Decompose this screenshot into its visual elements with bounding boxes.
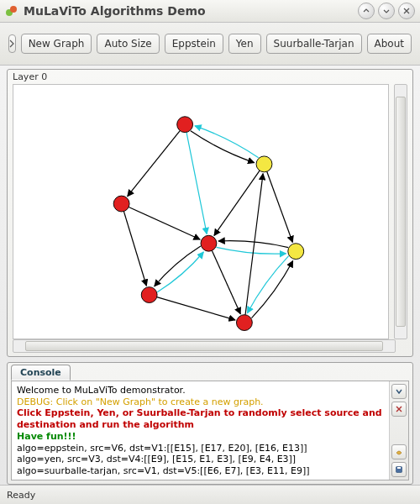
filter-button[interactable] [391,444,407,459]
graph-node[interactable] [201,235,217,251]
graph-edge [157,297,235,320]
graph-canvas[interactable] [13,84,389,339]
clear-console-button[interactable] [391,402,407,417]
window-title: MuLaViTo Algorithms Demo [24,4,353,18]
console-output[interactable]: Welcome to MuLaViTo demonstrator.DEBUG: … [12,381,389,480]
new-graph-button[interactable]: New Graph [21,34,92,54]
graph-edge [129,207,200,239]
graph-edge [186,132,207,234]
save-console-button[interactable] [391,462,407,477]
statusbar: Ready [0,485,420,504]
content-area: Layer 0 Console Welcome to MuLaViTo demo… [0,66,420,485]
svg-rect-3 [397,467,401,469]
yen-button[interactable]: Yen [228,34,261,54]
titlebar: MuLaViTo Algorithms Demo [0,0,420,23]
graph-edge [218,241,288,248]
console-line: algo=eppstein, src=V6, dst=V1:[[E15], [E… [17,443,384,454]
minimize-button[interactable] [358,3,375,19]
graph-node[interactable] [236,315,252,331]
graph-node[interactable] [288,244,304,260]
graph-edge [128,131,181,197]
graph-edge [267,171,293,242]
console-line: algo=suurballe-tarjan, src=V1, dst=V5:[[… [17,465,384,477]
console-line: algo=yen, src=V3, dst=V4:[[E9], [E15, E1… [17,454,384,465]
about-button[interactable]: About [367,34,412,54]
app-window: MuLaViTo Algorithms Demo New Graph Auto … [0,0,420,504]
app-icon [5,4,18,18]
layer-label: Layer 0 [8,70,412,82]
graph-node[interactable] [256,156,272,172]
scroll-down-button[interactable] [391,384,407,399]
toolbar: New Graph Auto Size Eppstein Yen Suurbal… [0,23,420,66]
graph-edge [157,252,203,292]
graph-vertical-scrollbar[interactable] [394,84,407,339]
graph-edge [251,261,292,318]
toolbar-menu-button[interactable] [8,34,16,53]
suurballe-tarjan-button[interactable]: Suurballe-Tarjan [266,34,362,54]
graph-horizontal-scrollbar[interactable] [13,339,396,353]
window-buttons [358,3,415,19]
console-line: Have fun!!! [17,431,384,443]
console-side-toolbar [389,381,408,480]
console-panel: Console Welcome to MuLaViTo demonstrator… [7,362,413,485]
graph-node[interactable] [113,196,129,212]
status-text: Ready [7,490,35,501]
svg-point-1 [10,6,17,13]
graph-edge [216,247,286,254]
graph-edge [155,246,201,286]
console-tab[interactable]: Console [11,365,71,381]
eppstein-button[interactable]: Eppstein [165,34,223,54]
graph-edge [247,256,288,313]
console-line: Click Eppstein, Yen, or Suurballe-Tarjan… [17,407,384,431]
splitter[interactable] [7,357,413,362]
graph-edge [212,250,240,313]
graph-edge [214,171,260,235]
graph-edge [191,131,255,163]
graph-edge [123,212,146,286]
auto-size-button[interactable]: Auto Size [97,34,159,54]
graph-edge [195,126,259,158]
graph-edge [245,174,263,315]
graph-node[interactable] [141,287,157,303]
console-line: Welcome to MuLaViTo demonstrator. [17,385,384,396]
graph-panel: Layer 0 [7,69,413,357]
close-button[interactable] [398,3,415,19]
console-tab-row: Console [8,363,412,381]
maximize-button[interactable] [378,3,395,19]
graph-node[interactable] [177,117,193,133]
console-line: DEBUG: Click on "New Graph" to create a … [17,396,384,408]
